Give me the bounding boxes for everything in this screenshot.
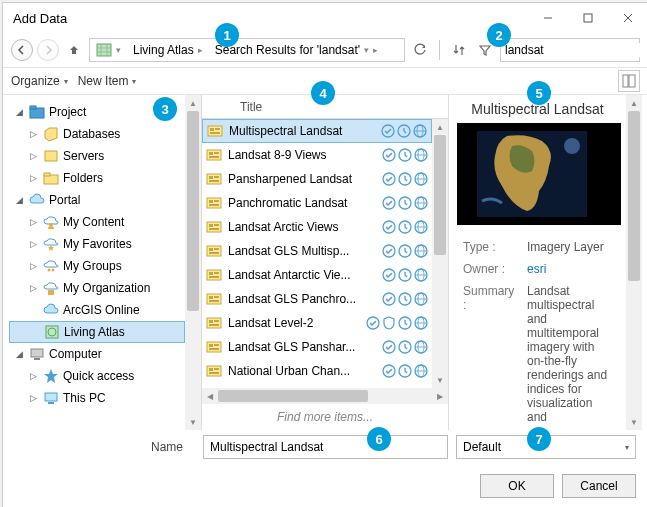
- tree-label: Quick access: [63, 369, 134, 383]
- tree-computer[interactable]: ◢ Computer: [9, 343, 185, 365]
- list-hscrollbar[interactable]: ◀ ▶: [202, 388, 448, 404]
- tree-label: Computer: [49, 347, 102, 361]
- tree-label: Project: [49, 105, 86, 119]
- list-item[interactable]: Landsat Antarctic Vie...: [202, 263, 432, 287]
- location-root[interactable]: ▾: [90, 39, 127, 61]
- owner-label: Owner :: [459, 259, 521, 279]
- tree-arcgis-online[interactable]: ArcGIS Online: [9, 299, 185, 321]
- list-scrollbar[interactable]: ▲ ▼: [432, 119, 448, 388]
- tree-label: Living Atlas: [64, 325, 125, 339]
- list-item[interactable]: Landsat Arctic Views: [202, 215, 432, 239]
- tree-label: This PC: [63, 391, 106, 405]
- organize-menu[interactable]: Organize ▾: [11, 74, 68, 88]
- item-name: Landsat GLS Panchro...: [228, 292, 376, 306]
- item-name: Pansharpened Landsat: [228, 172, 376, 186]
- forward-button[interactable]: [37, 39, 59, 61]
- filter-button[interactable]: [474, 39, 496, 61]
- breadcrumb-search-results[interactable]: Search Results for 'landsat' ▾ ▸: [209, 39, 384, 61]
- svg-rect-88: [209, 296, 213, 299]
- svg-rect-98: [214, 320, 219, 322]
- layer-icon: [206, 219, 222, 235]
- search-input[interactable]: [505, 43, 647, 57]
- back-button[interactable]: [11, 39, 33, 61]
- tree-scrollbar[interactable]: ▲ ▼: [185, 95, 201, 430]
- list-item[interactable]: Landsat GLS Panshar...: [202, 335, 432, 359]
- column-title: Title: [240, 100, 262, 114]
- svg-rect-7: [623, 75, 628, 87]
- svg-rect-27: [210, 132, 220, 134]
- tree-my-content[interactable]: ▷ My Content: [9, 211, 185, 233]
- tree-portal[interactable]: ◢ Portal: [9, 189, 185, 211]
- list-item[interactable]: Pansharpened Landsat: [202, 167, 432, 191]
- sort-button[interactable]: [448, 39, 470, 61]
- view-mode-button[interactable]: [618, 70, 640, 92]
- svg-rect-89: [214, 296, 219, 298]
- cancel-button[interactable]: Cancel: [562, 474, 636, 498]
- list-item[interactable]: Multispectral Landsat: [202, 119, 432, 143]
- portal-icon: [29, 192, 45, 208]
- tree-label: Servers: [63, 149, 104, 163]
- close-button[interactable]: [608, 3, 647, 33]
- folder-icon: [43, 170, 59, 186]
- layer-icon: [207, 123, 223, 139]
- find-more-link[interactable]: Find more items...: [202, 404, 448, 430]
- cloud-user-icon: [43, 214, 59, 230]
- refresh-button[interactable]: [409, 39, 431, 61]
- type-combo[interactable]: Default ▾: [456, 435, 636, 459]
- item-badges: [382, 268, 428, 282]
- name-row: Name Default ▾: [3, 430, 647, 464]
- item-badges: [381, 124, 427, 138]
- layer-icon: [206, 363, 222, 379]
- list-item[interactable]: Landsat Level-2: [202, 311, 432, 335]
- tree-label: Databases: [63, 127, 120, 141]
- tree-project[interactable]: ◢ Project: [9, 101, 185, 123]
- list-item[interactable]: Landsat GLS Multisp...: [202, 239, 432, 263]
- svg-rect-62: [214, 224, 219, 226]
- navigation-toolbar: ▾ Living Atlas ▸ Search Results for 'lan…: [3, 33, 647, 67]
- type-label: Type :: [459, 237, 521, 257]
- results-list[interactable]: Multispectral LandsatLandsat 8-9 ViewsPa…: [202, 119, 432, 388]
- svg-rect-35: [214, 152, 219, 154]
- maximize-button[interactable]: [568, 3, 608, 33]
- pc-icon: [43, 390, 59, 406]
- organize-label: Organize: [11, 74, 60, 88]
- tree-my-organization[interactable]: ▷ My Organization: [9, 277, 185, 299]
- name-input[interactable]: [203, 435, 448, 459]
- cloud-group-icon: [43, 258, 59, 274]
- item-name: Landsat Arctic Views: [228, 220, 376, 234]
- owner-link[interactable]: esri: [527, 262, 546, 276]
- list-item[interactable]: National Urban Chan...: [202, 359, 432, 383]
- new-item-menu[interactable]: New Item ▾: [78, 74, 137, 88]
- db-icon: [43, 126, 59, 142]
- tree-databases[interactable]: ▷ Databases: [9, 123, 185, 145]
- detail-scrollbar[interactable]: ▲ ▼: [626, 95, 642, 430]
- tree-living-atlas[interactable]: Living Atlas: [9, 321, 185, 343]
- list-item[interactable]: Landsat GLS Panchro...: [202, 287, 432, 311]
- svg-rect-79: [209, 272, 213, 275]
- list-item[interactable]: Panchromatic Landsat: [202, 191, 432, 215]
- list-item[interactable]: Landsat 8-9 Views: [202, 143, 432, 167]
- tree-my-favorites[interactable]: ▷ My Favorites: [9, 233, 185, 255]
- svg-rect-25: [210, 128, 214, 131]
- tree-quick-access[interactable]: ▷ Quick access: [9, 365, 185, 387]
- svg-rect-20: [31, 349, 43, 357]
- cloud-org-icon: [43, 280, 59, 296]
- tree-my-groups[interactable]: ▷ My Groups: [9, 255, 185, 277]
- breadcrumb-living-atlas[interactable]: Living Atlas ▸: [127, 39, 209, 61]
- location-bar[interactable]: ▾ Living Atlas ▸ Search Results for 'lan…: [89, 38, 405, 62]
- tree-folders[interactable]: ▷ Folders: [9, 167, 185, 189]
- ok-button[interactable]: OK: [480, 474, 554, 498]
- svg-rect-34: [209, 152, 213, 155]
- tree-label: My Organization: [63, 281, 150, 295]
- up-button[interactable]: [63, 39, 85, 61]
- tree-this-pc[interactable]: ▷ This PC: [9, 387, 185, 409]
- item-badges: [366, 316, 428, 330]
- type-value: Imagery Layer: [523, 237, 616, 257]
- results-header[interactable]: Title: [202, 95, 448, 119]
- catalog-tree[interactable]: ◢ Project ▷ Databases ▷ Servers ▷: [9, 95, 185, 430]
- cloud-star-icon: [43, 236, 59, 252]
- svg-rect-70: [209, 248, 213, 251]
- tree-servers[interactable]: ▷ Servers: [9, 145, 185, 167]
- minimize-button[interactable]: [528, 3, 568, 33]
- breadcrumb-label: Living Atlas: [133, 43, 194, 57]
